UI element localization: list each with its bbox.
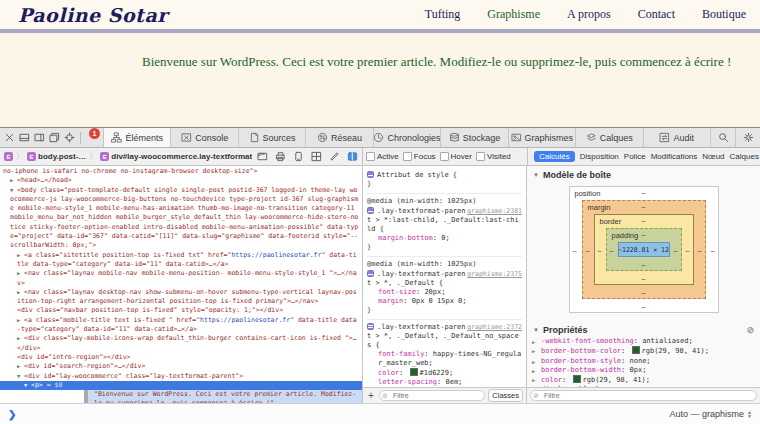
nav-link-graphisme[interactable]: Graphisme (487, 7, 540, 22)
stylesheet-source-link[interactable]: graphisme:2372 (467, 323, 522, 332)
dock-side-button[interactable] (33, 131, 46, 145)
edit-html-icon[interactable] (328, 151, 340, 163)
box-model-margin[interactable]: margin border padding ~1228.81 × 12 ––––… (582, 200, 706, 299)
dom-node[interactable]: <div class="navbar position-top is-fixed… (0, 306, 362, 315)
device-mode-icon[interactable] (292, 151, 304, 163)
sidebar-tab-nœud[interactable]: Nœud (702, 152, 724, 161)
computed-filter-input[interactable] (530, 390, 757, 401)
dom-node[interactable]: no-iphone is-safari no-chrome no-instagr… (0, 167, 362, 176)
box-model-header[interactable]: ▼ Modèle de boîte (527, 166, 760, 182)
computed-property[interactable]: ▶border-bottom-style: none; (527, 357, 760, 366)
nav-link-contact[interactable]: Contact (638, 7, 675, 22)
color-swatch[interactable] (410, 368, 418, 376)
sidebar-tab-police[interactable]: Police (624, 152, 646, 161)
inspect-mode-icon[interactable] (346, 151, 358, 163)
computed-property[interactable]: ▶color: rgb(29, 98, 41); (527, 375, 760, 385)
box-model-value[interactable]: – (573, 246, 577, 253)
tab-elements[interactable]: Éléments (103, 128, 170, 147)
pseudo-checkbox-hover[interactable]: Hover (440, 152, 472, 161)
box-model-content[interactable]: ~1228.81 × 12 (618, 242, 670, 257)
css-property[interactable]: font-size: 20px; (367, 288, 522, 297)
expand-arrow-icon[interactable]: ▼ (10, 186, 17, 195)
pseudo-checkbox-active[interactable]: Active (366, 152, 399, 161)
expand-arrow-icon[interactable]: ▶ (17, 334, 24, 343)
breadcrumb-item[interactable]: Ebody.post-… (27, 152, 86, 161)
expand-arrow-icon[interactable]: ▶ (17, 316, 24, 325)
tab-audit[interactable]: Audit (643, 128, 710, 147)
properties-filter-icon[interactable]: ⊘ (746, 325, 754, 335)
box-model-value[interactable]: – (642, 203, 646, 210)
add-rule-button[interactable]: + (366, 391, 376, 401)
box-model-value[interactable]: – (642, 217, 646, 224)
expand-arrow-icon[interactable]: ▶ (532, 338, 535, 346)
dom-node[interactable]: ▶<div id="search-region">…</div> (0, 362, 362, 371)
tab-layers[interactable]: Calques (575, 128, 642, 147)
box-model-padding[interactable]: padding ~1228.81 × 12 –––– (606, 228, 682, 271)
box-model-value[interactable]: – (586, 246, 590, 253)
sidebar-tab-disposition[interactable]: Disposition (580, 152, 619, 161)
dom-node[interactable]: <div id="intro-region"></div> (0, 353, 362, 362)
rule-selector[interactable]: graphisme:2381.lay-textformat-parent > *… (367, 207, 522, 234)
dom-node[interactable]: ▶<a class="sitetitle position-top is-fix… (0, 251, 362, 270)
expand-arrow-icon[interactable]: ▶ (17, 362, 24, 371)
computed-property[interactable]: ▶border-bottom-color: rgb(29, 98, 41); (527, 346, 760, 356)
expand-arrow-icon[interactable]: ▼ (17, 372, 24, 381)
expand-arrow-icon[interactable]: ▶ (17, 251, 24, 260)
color-swatch[interactable] (632, 346, 640, 354)
breadcrumb-item[interactable]: Ediv#lay-woocommerce.lay-textformat-pare… (100, 152, 252, 161)
properties-header[interactable]: ▼ Propriétés ⊘ (527, 321, 760, 337)
nav-link-a-propos[interactable]: A propos (567, 7, 611, 22)
box-model-position[interactable]: position margin border padding ~1228.81 … (569, 186, 719, 313)
sidebar-tab-calques[interactable]: Calques (730, 152, 759, 161)
dom-node[interactable]: ▶<nav class="laynav desktop-nav show-sub… (0, 288, 362, 307)
box-model-value[interactable]: – (642, 303, 646, 310)
tab-console[interactable]: Console (170, 128, 237, 147)
box-model-value[interactable]: – (698, 246, 702, 253)
tab-network[interactable]: Réseau (305, 128, 372, 147)
box-model-value[interactable]: – (642, 231, 646, 238)
settings-button[interactable] (735, 128, 760, 147)
box-model-value[interactable]: – (642, 289, 646, 296)
expand-arrow-icon[interactable]: ▶ (532, 347, 535, 356)
css-property[interactable]: margin-bottom: 0; (367, 234, 522, 243)
dom-node[interactable]: ▶<a class="mobile-title text is-fixed " … (0, 316, 362, 335)
expand-arrow-icon[interactable]: ▶ (532, 386, 535, 387)
expand-arrow-icon[interactable]: ▶ (17, 269, 24, 278)
dom-text-node[interactable]: "Bienvenue sur WordPress. Ceci est votre… (84, 390, 362, 403)
detach-window-button[interactable] (48, 131, 61, 145)
pseudo-checkbox-visited[interactable]: Visited (476, 152, 511, 161)
breadcrumb-item[interactable]: E (4, 152, 13, 161)
pseudo-checkbox-focus[interactable]: Focus (403, 152, 436, 161)
tab-graphics[interactable]: Graphismes (508, 128, 575, 147)
dom-node[interactable]: ▶<nav class="laynav mobile-nav mobile-me… (0, 269, 362, 288)
tab-sources[interactable]: Sources (238, 128, 305, 147)
rule-selector[interactable]: Attribut de style { (367, 171, 522, 180)
box-model-value[interactable]: – (642, 275, 646, 282)
expand-arrow-icon[interactable]: ▶ (17, 288, 24, 297)
dom-node-selected[interactable]: ▼<p> = $0 (0, 381, 362, 390)
sidebar-tab-modifications[interactable]: Modifications (651, 152, 698, 161)
nav-link-boutique[interactable]: Boutique (702, 7, 746, 22)
css-property[interactable]: letter-spacing: 0em; (367, 378, 522, 387)
computed-property[interactable]: ▶-webkit-font-smoothing: antialiased; (527, 337, 760, 346)
sidebar-tab-calculés[interactable]: Calculés (534, 151, 575, 162)
dock-bottom-button[interactable] (18, 131, 31, 145)
box-model-value[interactable]: – (711, 246, 715, 253)
dom-node[interactable]: ▶<head>…</head> (0, 176, 362, 185)
box-model-value[interactable]: – (674, 246, 678, 253)
nav-link-tufting[interactable]: Tufting (425, 7, 461, 22)
css-property[interactable]: font-family: happy-times-NG_regular_mast… (367, 350, 522, 368)
error-badge[interactable]: 1 (89, 128, 100, 139)
box-model-value[interactable]: – (598, 246, 602, 253)
rule-selector[interactable]: graphisme:2375.lay-textformat-parent > *… (367, 270, 522, 288)
rulers-icon[interactable] (256, 151, 268, 163)
dom-node[interactable]: ▼<body class="post-template-default sing… (0, 186, 362, 251)
box-model-value[interactable]: – (642, 261, 646, 268)
dom-node[interactable]: ▼<div id="lay-woocommerce" class="lay-te… (0, 372, 362, 381)
css-property[interactable]: margin: 0px 0 15px 0; (367, 297, 522, 306)
box-model-border[interactable]: border padding ~1228.81 × 12 –––– –––– (594, 214, 694, 285)
expand-arrow-icon[interactable]: ▶ (532, 376, 535, 385)
close-button[interactable] (3, 131, 16, 145)
element-picker-button[interactable] (63, 131, 76, 145)
box-model-value[interactable]: – (610, 246, 614, 253)
